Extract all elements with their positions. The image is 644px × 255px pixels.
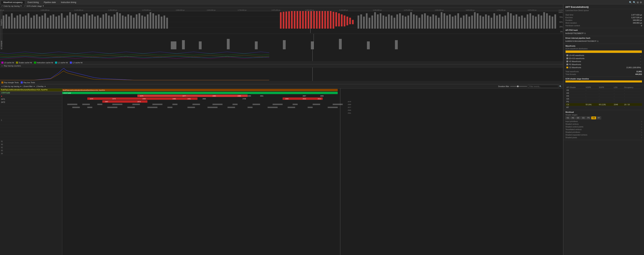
color-filter-dropdown[interactable] [20,5,22,7]
tl-row-1: ■ [0,94,62,98]
stage-btn-rt[interactable]: RT [596,116,601,119]
ray-box-color [21,82,23,84]
svg-rect-17 [39,17,40,29]
svg-rect-42 [108,16,110,28]
rt-shader: RT [566,106,584,109]
hs-sgpr: - [598,92,613,94]
stage-btn-ps[interactable]: PS [586,116,591,119]
stage-btn-gs[interactable]: GS [581,116,586,119]
svg-rect-212 [82,104,90,105]
settings-icon[interactable]: ⚙ [640,1,642,4]
graphics-label: Graphics [0,11,3,34]
driver-pipeline-copy-icon[interactable]: ⧉ [597,40,598,42]
duration-slider[interactable] [510,86,527,87]
wf-row-lshs: LS+HS wavefronts - [566,54,642,57]
event-filter[interactable]: | Event filter [23,85,35,88]
rt-lds: - [613,106,623,109]
shaded-control-points-row: Shaded control points - [566,126,642,128]
event-filter-check: | [23,85,23,87]
zoom-in-icon[interactable]: 🔍 [629,1,632,4]
tab-event-timing[interactable]: Event timing [25,0,41,4]
svg-rect-46 [119,13,121,28]
gcn-filter-dropdown[interactable] [42,5,44,7]
svg-rect-56 [147,14,148,29]
ps-occ: - [623,100,642,103]
tab-wavefront-occupancy[interactable]: Wavefront occupancy [1,0,25,4]
svg-rect-233 [208,107,218,108]
tl-row-empty5 [0,116,62,119]
total-wf-value: 13,901 [636,70,642,72]
driver-pipeline-hash-row: 0x60D5EC523EAC4A829541D779225B5E7F ⧉ [566,40,642,43]
bvh-title-bar: BuildTopLevelAccelerationStructure(NumDe… [0,88,62,92]
shader-table: API Shader VGPR SGPR LDS Occupancy VS - … [566,86,642,109]
shader-stages-label: Shader stages [566,114,642,116]
svg-rect-124 [449,14,451,29]
svg-rect-138 [488,16,490,28]
overlay-filter[interactable]: | Overlay [36,85,46,88]
shaded-vertices-label: Shaded vertices [566,123,579,125]
start-time-row: Start time 2,977.633 µs [566,14,642,16]
svg-rect-84 [336,12,337,26]
stage-btn-vs[interactable]: VS [566,116,570,119]
svg-rect-142 [499,14,501,29]
gcn-filter-check: ✓ [24,5,26,7]
svg-text:2570: 2570 [137,101,141,102]
occ-100-top: 100% [558,12,563,13]
fit-icon[interactable]: ⊞ [637,1,639,4]
esgs-label: ES+GS wavefronts [569,58,584,60]
svg-rect-131 [468,17,470,29]
api-pso-copy-icon[interactable]: ⧉ [584,32,586,34]
svg-rect-89 [349,18,351,24]
svg-rect-19 [44,13,46,28]
gcn-dist-label: GCN wavefront distribution: [566,48,642,50]
slider-thumb[interactable] [517,86,519,87]
svg-rect-87 [344,16,345,26]
stage-btn-cs[interactable]: CS [591,116,596,119]
instruction-cache-legend: Instruction cache hit [34,62,53,64]
svg-rect-135 [480,16,481,28]
tab-instruction-timing[interactable]: Instruction timing [58,0,79,4]
end-time-label: End time [566,16,573,18]
shaded-vertices-row: Shaded vertices - [566,123,642,126]
overlay-dropdown[interactable] [44,85,46,88]
svg-text:2487: 2487 [105,101,108,102]
gcn-filter[interactable]: ✓ GCN shader stage [24,5,44,7]
stage-btn-ds[interactable]: DS [576,116,580,119]
cs-vgpr: 55 (64) [584,103,598,106]
hs-vgpr: - [584,92,598,94]
svg-rect-211 [67,104,78,105]
ps-vgpr: - [584,100,598,103]
wavefronts-section: Wavefronts GCN wavefront distribution: L… [564,44,644,77]
zoom-out-icon[interactable]: 🔍 [633,1,636,4]
svg-rect-60 [158,14,160,29]
api-pso-hash-row: 0x9541D779225B5E7F ⧉ [566,32,642,35]
svg-rect-81 [327,11,329,28]
stage-btn-hs[interactable]: HS [570,116,575,119]
ruler-label-11: 3,250,000 µs [373,9,382,11]
filter-events-input[interactable] [528,85,558,88]
lshs-label: LS+HS wavefronts [569,54,584,56]
driver-pipeline-title: Driver internal pipeline hash [566,37,642,39]
tessellated-vertices-value: - [641,128,642,130]
right-panel: 2477 ExecuteIndirect() Launched from Dir… [563,4,644,255]
cs-lds: 2048 [613,103,623,106]
color-filter[interactable]: ✓ Color by ray tracing [1,5,22,7]
left-panel: ✓ Color by ray tracing ✓ GCN shader stag… [0,4,563,255]
event-filter-dropdown[interactable] [33,85,35,88]
duration-label: Duration [566,19,572,21]
svg-rect-96 [372,16,373,28]
ray-collapse-arrow[interactable]: ∨ [1,65,3,67]
svg-rect-67 [288,11,290,28]
svg-rect-237 [288,107,295,108]
api-pso-hash-value: 0x9541D779225B5E7F [566,32,584,34]
shader-table-section: API Shader VGPR SGPR LDS Occupancy VS - … [564,85,644,110]
shaded-control-points-value: - [641,126,642,128]
l0-cache-legend: L0 cache hit [1,62,14,64]
timeline-toolbar: ∨ Color by ray tracing | Event filter | … [0,84,563,88]
overlay-check: | [36,85,36,87]
shaded-expanded-vertices-value: - [641,134,642,136]
color-filter-bottom[interactable]: ∨ Color by ray tracing [1,85,21,88]
tab-pipeline-state[interactable]: Pipeline state [41,0,58,4]
driver-pipeline-section: Driver internal pipeline hash 0x60D5EC52… [564,36,644,44]
color-bottom-dropdown[interactable] [20,85,21,88]
